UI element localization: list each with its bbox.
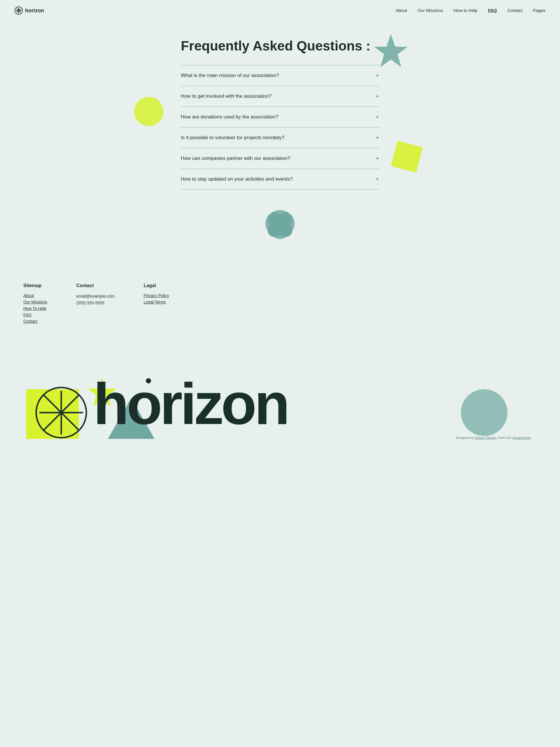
- footer-link-legal-terms[interactable]: Legal Terms: [144, 300, 166, 304]
- faq-item-2: How to get involved with the association…: [181, 86, 379, 107]
- faq-expand-icon-4: +: [375, 134, 379, 141]
- faq-expand-icon-2: +: [375, 93, 379, 100]
- faq-item-1: What is the main mission of our associat…: [181, 66, 379, 86]
- footer-contact-phone: (555) 555-5555: [76, 300, 115, 307]
- faq-question-5[interactable]: How can companies partner with our assoc…: [181, 155, 379, 162]
- footer-sitemap-links: About Our Missions How To Help FAQ Conta…: [23, 293, 47, 324]
- faq-question-text-2: How to get involved with the association…: [181, 93, 271, 99]
- footer-legal-links: Privacy Policy Legal Terms: [144, 293, 169, 305]
- footer-link-how-to-help[interactable]: How To Help: [23, 306, 46, 311]
- faq-item-6: How to stay updated on your activities a…: [181, 169, 379, 190]
- faq-question-text-4: Is it possible to volunteer for projects…: [181, 135, 284, 140]
- footer: Sitemap About Our Missions How To Help F…: [0, 265, 560, 442]
- deco-circle-left: [134, 97, 163, 126]
- footer-credit-text: Designed by Squarri Design | Built with …: [456, 436, 531, 439]
- deco-blob-section: [0, 190, 560, 265]
- faq-expand-icon-5: +: [375, 155, 379, 162]
- faq-item-5: How can companies partner with our assoc…: [181, 148, 379, 169]
- faq-question-6[interactable]: How to stay updated on your activities a…: [181, 175, 379, 183]
- nav-faq[interactable]: FAQ: [488, 8, 497, 13]
- footer-legal-title: Legal: [144, 283, 169, 288]
- faq-expand-icon-6: +: [375, 175, 379, 183]
- svg-point-9: [270, 214, 290, 235]
- nav-contact[interactable]: Contact: [507, 8, 523, 13]
- faq-title: Frequently Asked Questions :: [181, 38, 379, 53]
- footer-squarri-link[interactable]: Squarri Design: [475, 436, 496, 439]
- footer-link-missions[interactable]: Our Missions: [23, 300, 47, 304]
- faq-item-3: How are donations used by the associatio…: [181, 107, 379, 128]
- main-content: Frequently Asked Questions : What is the…: [169, 38, 391, 190]
- footer-link-contact[interactable]: Contact: [23, 319, 37, 324]
- footer-link-about[interactable]: About: [23, 293, 34, 298]
- faq-question-3[interactable]: How are donations used by the associatio…: [181, 113, 379, 121]
- footer-squarrkicker-link[interactable]: SquarrKicker: [512, 436, 531, 439]
- faq-question-text-5: How can companies partner with our assoc…: [181, 156, 290, 161]
- deco-blob-icon: [263, 207, 297, 242]
- faq-item-4: Is it possible to volunteer for projects…: [181, 128, 379, 148]
- faq-question-2[interactable]: How to get involved with the association…: [181, 93, 379, 100]
- nav-how-to-help[interactable]: How to Help: [454, 8, 477, 13]
- faq-question-text-6: How to stay updated on your activities a…: [181, 176, 293, 182]
- nav-missions[interactable]: Our Missions: [418, 8, 443, 13]
- logo-icon: [15, 6, 23, 15]
- faq-expand-icon-3: +: [375, 113, 379, 121]
- footer-brand-area: horizon Designed by Squarri Design | Bui…: [23, 349, 537, 442]
- deco-star-top: [373, 33, 408, 68]
- footer-circle-logo: [35, 386, 87, 439]
- logo-link[interactable]: horizon: [15, 6, 44, 15]
- faq-question-1[interactable]: What is the main mission of our associat…: [181, 72, 379, 79]
- footer-link-faq[interactable]: FAQ: [23, 312, 31, 317]
- faq-question-text-3: How are donations used by the associatio…: [181, 114, 278, 120]
- faq-expand-icon-1: +: [375, 72, 379, 79]
- footer-columns: Sitemap About Our Missions How To Help F…: [23, 283, 537, 342]
- footer-sitemap: Sitemap About Our Missions How To Help F…: [23, 283, 47, 325]
- footer-contact-email: email@example.com: [76, 293, 115, 300]
- logo-text: horizon: [25, 7, 44, 14]
- footer-link-privacy[interactable]: Privacy Policy: [144, 293, 169, 298]
- footer-brand-text: horizon: [93, 371, 288, 436]
- faq-question-4[interactable]: Is it possible to volunteer for projects…: [181, 134, 379, 141]
- footer-legal: Legal Privacy Policy Legal Terms: [144, 283, 169, 325]
- navbar: horizon About Our Missions How to Help F…: [0, 0, 560, 21]
- footer-credit: Designed by Squarri Design | Built with …: [456, 436, 531, 439]
- nav-about[interactable]: About: [396, 8, 407, 13]
- deco-diamond-right: [391, 140, 423, 173]
- footer-contact-title: Contact: [76, 283, 115, 288]
- footer-sitemap-title: Sitemap: [23, 283, 47, 288]
- nav-pages[interactable]: Pages: [533, 8, 545, 13]
- faq-question-text-1: What is the main mission of our associat…: [181, 73, 279, 78]
- footer-contact: Contact email@example.com (555) 555-5555: [76, 283, 115, 325]
- nav-links: About Our Missions How to Help FAQ Conta…: [396, 8, 545, 13]
